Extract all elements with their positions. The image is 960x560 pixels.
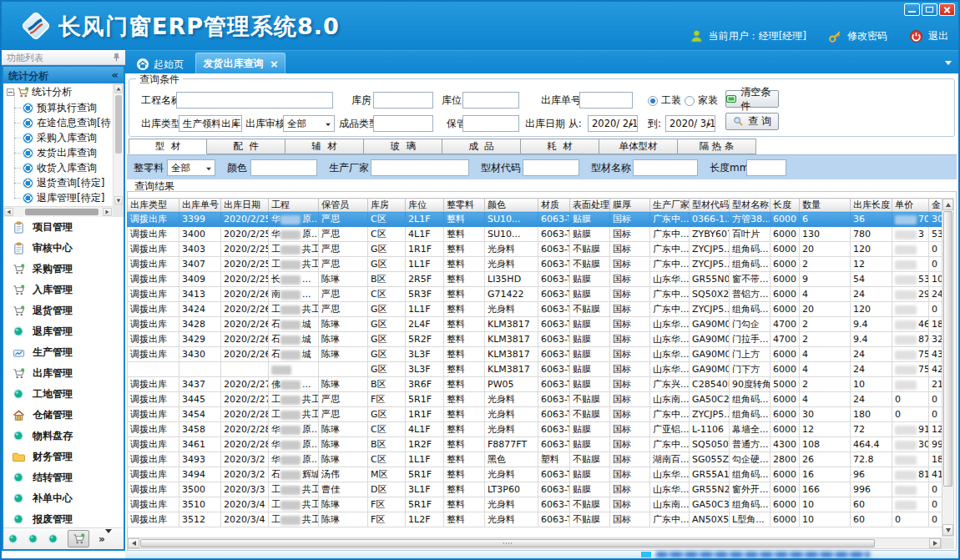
table-row[interactable]: 调拨出库33992020/2/25华原...严思C区2L1F整料SU10...6… — [128, 212, 942, 227]
tree-vscroll-thumb[interactable] — [115, 95, 122, 154]
column-header[interactable]: 金 — [929, 199, 942, 212]
sidebar-tree-item[interactable]: 退货查询[待定] — [3, 175, 124, 190]
material-tab[interactable]: 单体型材 — [599, 139, 678, 154]
sidebar-tree-item[interactable]: 退库管理[待定] — [3, 190, 124, 205]
tree-vertical-scrollbar[interactable] — [113, 83, 124, 206]
search-button[interactable]: 查 询 — [725, 113, 779, 130]
scroll-right-icon[interactable] — [103, 208, 111, 216]
product-type-input[interactable] — [373, 115, 433, 132]
table-row[interactable]: 调拨出库34132020/2/26南...严思C区5R3F整料G71422606… — [128, 287, 942, 302]
table-row[interactable]: 调拨出库35002020/3/3工共工程曹佳D区3L1F整料LT3P606063… — [128, 482, 942, 497]
maximize-button[interactable] — [922, 3, 937, 16]
sidebar-nav-item[interactable]: 退库管理 — [3, 321, 124, 342]
length-input[interactable] — [746, 159, 786, 176]
location-input[interactable] — [462, 92, 519, 108]
grid-vertical-scrollbar[interactable] — [942, 198, 954, 537]
sidebar-nav-item[interactable]: 结转管理 — [3, 467, 124, 488]
logout-link[interactable]: 退出 — [928, 29, 948, 43]
factory-input[interactable] — [371, 159, 469, 176]
nav-dot-icon[interactable] — [28, 533, 38, 544]
pin-icon[interactable] — [111, 52, 122, 63]
table-row[interactable]: 调拨出库34242020/2/26工共工程严思G区1L1F整料光身料6063-T… — [128, 302, 942, 317]
tree-root[interactable]: 统计分析 — [3, 83, 124, 100]
column-header[interactable]: 生产厂家 — [650, 199, 690, 212]
clear-conditions-button[interactable]: 清空条件 — [725, 90, 779, 108]
material-tab[interactable]: 隔 热 条 — [678, 139, 756, 154]
warehouse-input[interactable] — [373, 92, 433, 108]
table-row[interactable]: 调拨出库34452020/2/27工共工程严思F区5R1F整料光身料6063-T… — [128, 392, 942, 407]
tab-close-icon[interactable] — [270, 60, 278, 68]
table-row[interactable]: 调拨出库34072020/2/25工共工程严思G区1L1F整料光身料6063-T… — [128, 257, 942, 272]
column-header[interactable]: 颜色 — [485, 199, 538, 212]
column-header[interactable]: 出库日期 — [221, 199, 269, 212]
date-from-picker[interactable]: 2020/ 2/16 — [588, 115, 638, 132]
column-header[interactable]: 工程 — [269, 199, 319, 212]
sidebar-nav-item[interactable]: 仓储管理 — [3, 405, 124, 426]
table-row[interactable]: 调拨出库34372020/2/27佛...陈琳B区3R6F整料PW056063-… — [128, 377, 942, 392]
tree-horizontal-scrollbar[interactable] — [3, 206, 113, 217]
column-header[interactable]: 保管员 — [319, 199, 368, 212]
sidebar-nav-item[interactable]: 报废管理 — [3, 509, 124, 527]
scroll-down-icon[interactable] — [942, 524, 953, 536]
sidebar-nav-item[interactable]: 采购管理 — [3, 259, 124, 280]
material-tab[interactable]: 辅 材 — [285, 139, 364, 154]
collapse-icon[interactable]: « — [112, 68, 119, 81]
table-row[interactable]: 调拨出库34292020/2/26石城陈琳G区5R2F整料KLM38176063… — [128, 332, 942, 347]
material-tab[interactable]: 玻 璃 — [364, 139, 442, 154]
project-name-input[interactable] — [176, 92, 333, 108]
table-row[interactable]: G区3L3F整料KLM38176063-T5贴膜国标山东华...GA90M09.… — [128, 362, 942, 377]
sidebar-nav-item[interactable]: 出库管理 — [3, 363, 124, 384]
table-row[interactable]: 调拨出库34942020/3/2石辉城汤伟M区5R1F整料光身料6063-T5贴… — [128, 467, 942, 482]
table-row[interactable]: 调拨出库34582020/2/28华原...陈琳C区4L1F整料光身料6063-… — [128, 422, 942, 437]
sidebar-nav-item[interactable]: 入库管理 — [3, 280, 124, 300]
column-header[interactable]: 出库单号 — [179, 199, 221, 212]
material-tab[interactable]: 成 品 — [442, 139, 521, 154]
hscroll-thumb[interactable] — [140, 539, 875, 547]
tree-hscroll-thumb[interactable] — [25, 209, 99, 215]
scroll-up-icon[interactable] — [114, 84, 123, 93]
color-input[interactable] — [250, 159, 317, 176]
profile-name-input[interactable] — [633, 159, 698, 176]
column-header[interactable]: 出库长度 — [851, 199, 892, 212]
column-header[interactable]: 单价 — [892, 199, 929, 212]
sidebar-tree-item[interactable]: 发货出库查询 — [3, 145, 124, 160]
sidebar-tree-item[interactable]: 收货入库查询 — [3, 160, 124, 175]
column-header[interactable]: 膜厚 — [610, 199, 650, 212]
table-row[interactable]: 调拨出库34282020/2/26石城陈琳G区2L4F整料KLM38176063… — [128, 317, 942, 332]
radio-work-clothing[interactable]: 工装 — [648, 93, 681, 108]
table-row[interactable]: 调拨出库34542020/2/28工共工程严思G区1R1F整料光身料6063-T… — [128, 407, 942, 422]
tab-home[interactable]: 起始页 — [128, 54, 192, 74]
tree-expander-icon[interactable] — [7, 88, 14, 96]
scroll-left-icon[interactable] — [4, 208, 13, 216]
column-header[interactable]: 数量 — [800, 199, 851, 212]
cart-button[interactable] — [68, 530, 89, 547]
sidebar-nav-item[interactable]: 生产管理 — [3, 342, 124, 363]
vscroll-thumb[interactable] — [943, 211, 952, 487]
radio-home-decoration[interactable]: 家装 — [685, 93, 718, 108]
column-header[interactable]: 出库类型 — [128, 199, 179, 212]
sidebar-nav-item[interactable]: 财务管理 — [3, 446, 124, 467]
sidebar-nav-item[interactable]: 补单中心 — [3, 488, 124, 509]
change-password-link[interactable]: 修改密码 — [847, 29, 887, 43]
scroll-up-icon[interactable] — [942, 199, 953, 210]
sidebar-tree-item[interactable]: 采购入库查询 — [3, 130, 124, 145]
nav-dot-icon[interactable] — [48, 533, 58, 544]
sidebar-nav-item[interactable]: 工地管理 — [3, 384, 124, 405]
material-tab[interactable]: 型 材 — [129, 139, 207, 154]
column-header[interactable]: 库房 — [368, 199, 406, 212]
table-row[interactable]: 调拨出库35122020/3/4工共工程陈琳F区1L2F整料光身料6063-T5… — [128, 512, 942, 527]
column-header[interactable]: 长度 — [771, 199, 800, 212]
sidebar-nav-item[interactable]: 项目管理 — [3, 217, 124, 238]
sidebar-group-caption[interactable]: 统计分析 « — [3, 67, 124, 83]
tab-shipment-query[interactable]: 发货出库查询 — [195, 53, 285, 74]
outbound-type-select[interactable]: 生产领料出库 — [179, 115, 242, 132]
table-row[interactable]: 调拨出库34302020/2/26石城陈琳G区3L3F整料KLM38176063… — [128, 347, 942, 362]
close-button[interactable] — [939, 3, 955, 16]
grid-horizontal-scrollbar[interactable] — [127, 537, 942, 549]
minimize-button[interactable] — [904, 3, 920, 16]
part-type-select[interactable]: 全部 — [167, 159, 215, 176]
column-header[interactable]: 库位 — [406, 199, 444, 212]
table-row[interactable]: 调拨出库34612020/2/28华原...陈琳B区1R2F整料F8877FT6… — [128, 437, 942, 452]
column-header[interactable]: 整零料 — [444, 199, 485, 212]
nav-dot-icon[interactable] — [8, 533, 18, 544]
